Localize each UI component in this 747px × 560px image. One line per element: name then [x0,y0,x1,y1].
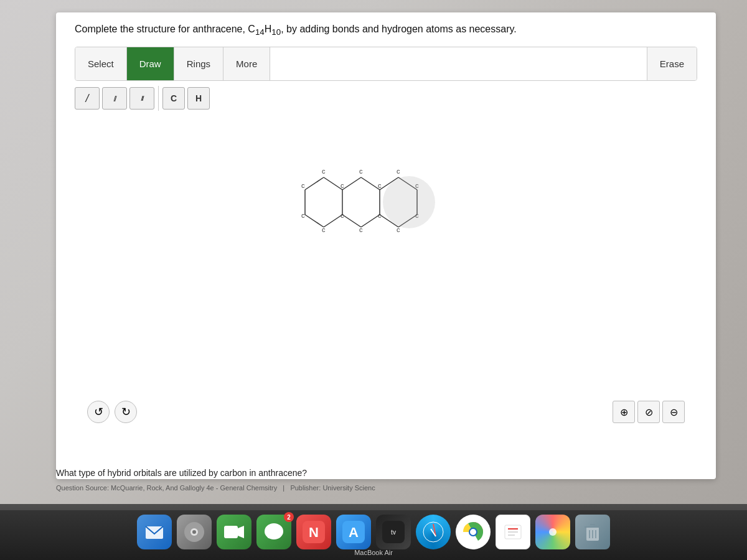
rings-button[interactable]: Rings [174,47,223,81]
svg-line-10 [342,215,361,227]
messages-badge: 2 [284,512,294,522]
trash-icon [583,521,603,543]
zoom-out-button[interactable]: ⊖ [662,401,685,423]
svg-point-34 [192,530,196,534]
dock-chrome[interactable] [456,515,491,549]
macbook-label: MacBook Air [354,549,393,556]
drawing-canvas[interactable]: c c c c c c c c c c c c c c [75,115,697,429]
citation: Question Source: McQuarrie, Rock, And Ga… [56,484,375,492]
double-bond-button[interactable]: // [102,87,127,110]
facetime-icon [223,521,245,543]
svg-text:tv: tv [391,529,396,536]
molecule-svg: c c c c c c c c c c c c c c [255,134,517,296]
svg-text:c: c [397,167,400,175]
undo-redo-controls: ↺ ↻ [87,401,137,423]
zoom-in-button[interactable]: ⊕ [613,401,635,423]
translate-icon: A [342,521,365,543]
dock-appletv[interactable]: tv [376,515,411,549]
chrome-icon [462,521,484,543]
redo-button[interactable]: ↻ [115,401,137,423]
svg-text:c: c [378,212,382,219]
svg-text:N: N [309,525,319,540]
select-button[interactable]: Select [75,47,127,81]
svg-text:c: c [301,182,305,189]
svg-point-55 [549,528,557,536]
svg-point-30 [383,176,435,228]
erase-button[interactable]: Erase [647,47,697,81]
dock-system-preferences[interactable] [177,515,212,549]
more-button[interactable]: More [223,47,270,81]
dock-photos[interactable] [535,515,570,549]
dock-translate[interactable]: A [336,515,371,549]
dock-messages[interactable]: 2 [256,515,291,549]
main-toolbar: Select Draw Rings More Erase [75,47,697,81]
dock-facetime[interactable] [217,515,251,549]
svg-rect-35 [224,526,238,538]
svg-line-9 [361,215,380,227]
messages-icon [263,521,285,543]
svg-text:c: c [378,182,382,189]
draw-button[interactable]: Draw [127,47,174,81]
svg-text:c: c [359,226,363,233]
svg-text:c: c [322,167,326,175]
triple-bond-button[interactable]: /// [129,87,154,110]
dock: 2 N A tv [0,504,747,560]
bottom-question: What type of hybrid orbitals are utilize… [56,468,307,478]
single-bond-button[interactable]: / [75,87,100,110]
appletv-icon: tv [382,521,405,543]
safari-icon [422,521,444,543]
dock-safari[interactable] [416,515,451,549]
mail-icon [144,521,165,543]
svg-line-6 [342,177,361,190]
svg-line-4 [305,215,324,227]
hydrogen-atom-button[interactable]: H [187,87,210,110]
svg-text:c: c [359,167,363,175]
svg-line-7 [361,177,380,190]
question-text: Complete the structure for anthracene, C… [75,24,517,37]
svg-line-3 [324,215,342,227]
svg-text:A: A [349,525,359,540]
undo-button[interactable]: ↺ [87,401,110,423]
svg-line-1 [324,177,342,190]
dock-news[interactable]: N [296,515,331,549]
svg-text:c: c [322,226,326,233]
carbon-atom-button[interactable]: C [162,87,185,110]
citation-source: Question Source: McQuarrie, Rock, And Ga… [56,484,277,492]
photos-icon [543,523,562,541]
bond-toolbar: / // /// C H [75,86,210,111]
svg-line-0 [305,177,324,190]
dock-reminders[interactable] [496,515,530,549]
citation-publisher: Publisher: University Scienc [290,484,375,492]
svg-marker-36 [238,526,244,538]
svg-point-50 [470,529,476,535]
settings-icon [182,520,206,544]
reminders-icon [504,523,522,541]
svg-text:c: c [341,212,344,219]
zoom-reset-button[interactable]: ⊘ [637,401,660,423]
svg-text:c: c [301,212,305,219]
content-area: Complete the structure for anthracene, C… [56,12,716,479]
news-icon: N [303,521,325,543]
dock-mail[interactable] [137,515,172,549]
dock-trash[interactable] [575,515,610,549]
svg-text:c: c [397,226,400,233]
svg-point-37 [265,523,283,539]
svg-text:c: c [341,182,344,189]
zoom-controls: ⊕ ⊘ ⊖ [613,401,685,423]
